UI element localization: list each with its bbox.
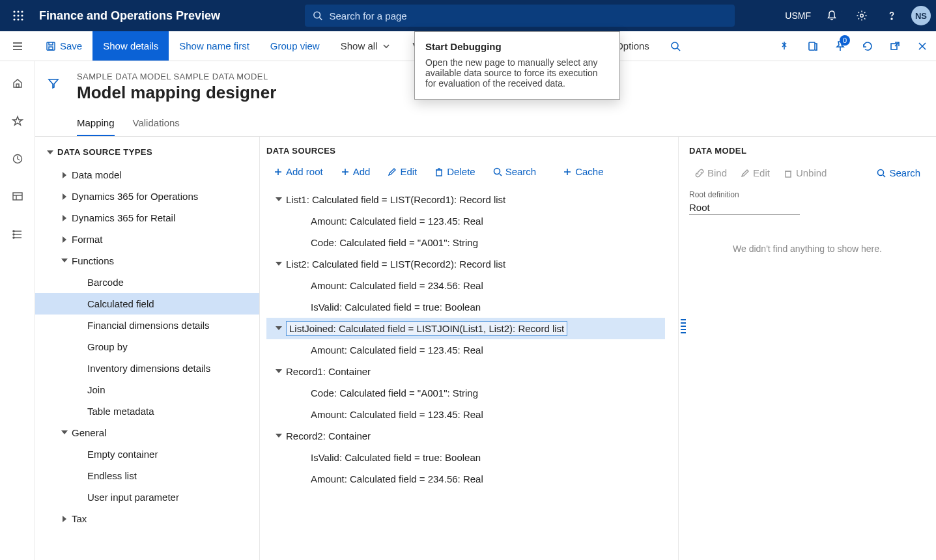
type-item-label: Functions	[72, 255, 114, 266]
type-item[interactable]: Barcode	[35, 272, 259, 293]
caret-icon[interactable]	[57, 193, 72, 200]
source-item[interactable]: Code: Calculated field = "A001": String	[266, 382, 665, 404]
pin-button[interactable]: 0	[827, 31, 854, 61]
type-item-label: Financial dimensions details	[87, 320, 210, 331]
type-item[interactable]: Join	[35, 379, 259, 400]
caret-icon[interactable]	[57, 236, 72, 243]
svg-rect-45	[436, 170, 442, 176]
bind-button[interactable]: Bind	[689, 165, 732, 181]
tab-mapping[interactable]: Mapping	[77, 117, 115, 137]
svg-point-1	[17, 10, 19, 12]
caret-icon[interactable]	[57, 172, 72, 178]
tab-validations[interactable]: Validations	[133, 117, 180, 137]
model-edit-button[interactable]: Edit	[735, 165, 775, 181]
splitter-handle[interactable]	[681, 319, 686, 335]
add-button[interactable]: Add	[333, 163, 377, 180]
source-item[interactable]: List1: Calculated field = LIST(Record1):…	[266, 189, 665, 210]
cmdbar-search-button[interactable]	[660, 31, 691, 61]
caret-icon[interactable]	[57, 215, 72, 221]
cache-button[interactable]: Cache	[556, 163, 610, 180]
source-item[interactable]: IsValid: Calculated field = true: Boolea…	[266, 447, 665, 468]
caret-icon[interactable]	[272, 198, 286, 202]
svg-point-39	[13, 237, 14, 238]
svg-point-37	[13, 231, 14, 232]
add-root-button[interactable]: Add root	[266, 163, 330, 180]
type-item[interactable]: Group by	[35, 336, 259, 357]
source-item[interactable]: Record1: Container	[266, 361, 665, 382]
caret-icon[interactable]	[272, 262, 286, 266]
source-item[interactable]: Amount: Calculated field = 234.56: Real	[266, 275, 665, 296]
attachments-button[interactable]	[772, 31, 799, 61]
source-item-label: Amount: Calculated field = 123.45: Real	[311, 409, 483, 420]
caret-icon[interactable]	[272, 370, 286, 374]
source-item[interactable]: ListJoined: Calculated field = LISTJOIN(…	[266, 318, 665, 339]
global-search[interactable]	[305, 5, 735, 27]
global-search-input[interactable]	[329, 10, 727, 21]
caret-icon[interactable]	[272, 434, 286, 438]
recents-button[interactable]	[0, 148, 35, 169]
source-item[interactable]: Amount: Calculated field = 123.45: Real	[266, 210, 665, 232]
type-item[interactable]: Dynamics 365 for Operations	[35, 186, 259, 207]
close-button[interactable]	[909, 31, 936, 61]
type-item[interactable]: Tax	[35, 508, 259, 529]
type-item[interactable]: General	[35, 422, 259, 443]
type-item[interactable]: Inventory dimensions details	[35, 357, 259, 379]
svg-point-9	[314, 12, 320, 18]
chevron-down-icon	[381, 41, 391, 51]
type-item[interactable]: Dynamics 365 for Retail	[35, 207, 259, 229]
show-name-first-button[interactable]: Show name first	[169, 31, 260, 61]
source-item[interactable]: Code: Calculated field = "A001": String	[266, 232, 665, 253]
favorites-button[interactable]	[0, 111, 35, 132]
caret-icon[interactable]	[57, 259, 72, 263]
plus-icon	[562, 167, 573, 177]
office-link-button[interactable]	[799, 31, 827, 61]
type-item[interactable]: Endless list	[35, 465, 259, 486]
type-item[interactable]: Calculated field	[35, 293, 259, 315]
type-item[interactable]: Financial dimensions details	[35, 315, 259, 336]
user-avatar[interactable]: NS	[911, 6, 931, 25]
filter-button[interactable]	[43, 73, 64, 94]
type-item[interactable]: User input parameter	[35, 486, 259, 508]
source-item[interactable]: IsValid: Calculated field = true: Boolea…	[266, 296, 665, 318]
app-launcher-button[interactable]	[5, 3, 31, 29]
type-item[interactable]: Format	[35, 229, 259, 250]
tooltip-title: Start Debugging	[425, 41, 609, 52]
show-details-button[interactable]: Show details	[92, 31, 169, 61]
type-item[interactable]: Data model	[35, 164, 259, 186]
search-button[interactable]: Search	[486, 163, 543, 180]
modules-button[interactable]	[0, 224, 35, 245]
refresh-button[interactable]	[854, 31, 881, 61]
edit-button[interactable]: Edit	[380, 163, 423, 180]
source-item[interactable]: Amount: Calculated field = 123.45: Real	[266, 404, 665, 425]
delete-button[interactable]: Delete	[427, 163, 481, 180]
type-item[interactable]: Empty container	[35, 443, 259, 465]
type-item[interactable]: Table metadata	[35, 400, 259, 422]
group-view-button[interactable]: Group view	[260, 31, 330, 61]
type-item[interactable]: Functions	[35, 250, 259, 272]
help-button[interactable]	[879, 0, 905, 31]
collapse-caret-icon[interactable]	[47, 146, 53, 158]
save-button[interactable]: Save	[35, 31, 92, 61]
home-button[interactable]	[0, 73, 35, 94]
workspaces-button[interactable]	[0, 186, 35, 207]
source-item[interactable]: Amount: Calculated field = 234.56: Real	[266, 468, 665, 490]
unbind-button[interactable]: Unbind	[778, 165, 832, 181]
menu-toggle-button[interactable]	[0, 31, 35, 61]
source-item[interactable]: List2: Calculated field = LIST(Record2):…	[266, 253, 665, 275]
svg-point-11	[860, 14, 864, 18]
settings-button[interactable]	[849, 0, 875, 31]
svg-rect-22	[809, 42, 815, 50]
show-all-button[interactable]: Show all	[330, 31, 403, 61]
legal-entity[interactable]: USMF	[785, 10, 811, 21]
caret-icon[interactable]	[57, 516, 72, 522]
svg-line-49	[500, 174, 502, 176]
source-item[interactable]: Record2: Container	[266, 425, 665, 447]
source-item-label: Code: Calculated field = "A001": String	[311, 237, 478, 248]
caret-icon[interactable]	[272, 327, 286, 331]
popout-button[interactable]	[881, 31, 909, 61]
model-search-button[interactable]: Search	[871, 165, 926, 181]
caret-icon[interactable]	[57, 431, 72, 435]
root-definition-value[interactable]: Root	[689, 201, 800, 215]
notifications-button[interactable]	[819, 0, 845, 31]
source-item[interactable]: Amount: Calculated field = 123.45: Real	[266, 339, 665, 361]
